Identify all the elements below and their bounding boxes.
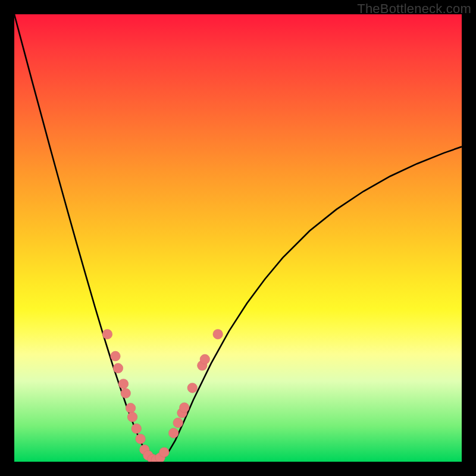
data-point	[213, 329, 223, 339]
bottleneck-curve	[14, 14, 462, 462]
chart-plot-area	[14, 14, 462, 462]
data-point	[168, 428, 178, 439]
data-point	[118, 379, 129, 389]
data-point	[173, 418, 183, 428]
data-point	[131, 424, 142, 434]
data-point	[187, 383, 198, 393]
watermark-text: TheBottleneck.com	[357, 1, 471, 17]
data-point	[111, 351, 121, 361]
data-point	[121, 389, 131, 399]
data-point	[102, 329, 112, 339]
data-point	[113, 364, 123, 374]
data-point-markers	[102, 329, 223, 462]
data-point	[179, 403, 189, 413]
data-point	[136, 434, 146, 444]
data-point	[159, 447, 170, 458]
data-point	[200, 355, 210, 365]
data-point	[126, 403, 136, 413]
chart-frame: TheBottleneck.com	[0, 0, 476, 476]
data-point	[127, 412, 137, 422]
chart-svg	[14, 14, 462, 462]
